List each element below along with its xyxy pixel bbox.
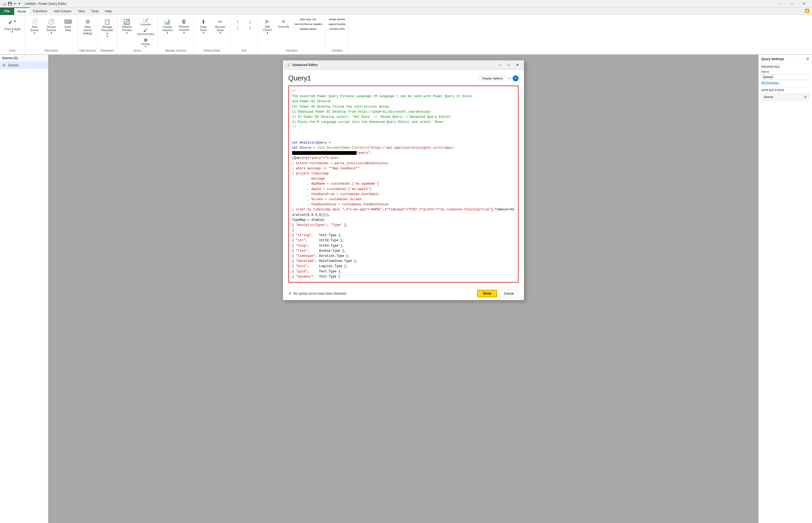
tab-view[interactable]: View [75,7,88,15]
properties-section-title: PROPERTIES [761,66,809,68]
sort-descending-button[interactable]: ↓↑ [244,17,256,32]
query-item-label: Query1 [8,63,19,67]
ribbon-group-query-label: Query [134,49,141,52]
query-item[interactable]: Aᶜ Query1 [0,61,48,69]
modal-icon: 📝 [286,63,290,67]
data-source-settings-button[interactable]: ⚙ Data source settings [80,17,96,36]
applied-step-source[interactable]: Source ⚙ [761,93,809,101]
tab-home[interactable]: Home [14,7,30,15]
enter-data-button[interactable]: ⌨ Enter Data [60,17,76,33]
all-properties-link[interactable]: All Properties [761,81,809,84]
ribbon-group-manage-columns-label: Manage Columns [165,49,186,52]
ribbon-group-sort-label: Sort [241,49,246,52]
remove-columns-button[interactable]: 🗑 Remove Columns ▼ [176,17,192,35]
cancel-button[interactable]: Cancel [499,290,518,297]
advanced-editor-button[interactable]: 🖊 Advanced Editor [135,27,156,36]
ribbon-group-parameters-items: 📋 Manage Parameters ▼ [99,17,115,49]
properties-section: PROPERTIES Name All Properties [759,63,812,87]
ribbon-group-transform-items: ⫸ Split Column ▼ ≡ Group By Data Type: A… [259,17,324,49]
remove-rows-button[interactable]: ✂ Remove Rows ▼ [212,17,228,36]
maximize-button[interactable]: □ [786,0,797,7]
choose-columns-button[interactable]: 📊 Choose Columns ▼ [159,17,176,36]
quick-access-save[interactable]: 💾 [8,2,12,6]
ribbon-group-close-items: ✔ ✕ Close & Apply ▼ [2,17,23,49]
manage-parameters-button[interactable]: 📋 Manage Parameters ▼ [99,17,115,39]
no-errors-message: ✔ No syntax errors have been detected. [288,291,347,296]
ribbon-group-query-items: 🔄 Refresh Preview ▼ 📝 Properties 🖊 Advan… [119,17,156,49]
ribbon: ✔ ✕ Close & Apply ▼ Close 📄 New Source ▼… [0,15,812,55]
tab-transform[interactable]: Transform [30,7,51,15]
tab-tools[interactable]: Tools [88,7,102,15]
modal-title: Advanced Editor [292,63,318,67]
combine-files-button[interactable]: Combine Files [327,27,347,31]
ribbon-group-data-sources-label: Data Sources [79,49,96,52]
ribbon-tab-bar: File Home Transform Add Column View Tool… [0,7,812,15]
quick-access-dropdown[interactable]: ▼ [18,2,21,5]
first-row-headers-button[interactable]: Use First Row as Headers [293,22,324,26]
modal-minimize-button[interactable]: ─ [497,62,504,68]
queries-panel: Queries [1] Aᶜ Query1 [0,55,48,523]
ribbon-group-reduce-rows-label: Reduce Rows [204,49,220,52]
modal-query-options: Display Options ▼ ? [479,75,518,81]
sort-ascending-button[interactable]: ↑↓ [232,17,244,32]
ribbon-group-combine-items: Merge Queries Append Queries Combine Fil… [327,17,347,49]
ribbon-group-data-sources: ⚙ Data source settings Data Sources [78,16,98,53]
modal-close-button[interactable]: ✕ [514,62,521,68]
queries-panel-header: Queries [1] [0,55,48,61]
quick-access-undo[interactable]: ↩ [14,2,17,6]
help-button[interactable]: ? [513,75,518,81]
refresh-preview-button[interactable]: 🔄 Refresh Preview ▼ [119,17,135,36]
advanced-editor-modal: 📝 Advanced Editor ─ □ ✕ Query1 [283,60,524,300]
query-settings-panel: Query Settings ✕ PROPERTIES Name All Pro… [758,55,812,523]
minimize-button[interactable]: ─ [773,0,785,7]
properties-button[interactable]: 📝 Properties [135,17,156,26]
no-errors-text: No syntax errors have been detected. [294,292,347,295]
append-queries-button[interactable]: Append Queries [327,22,347,26]
modal-titlebar: 📝 Advanced Editor ─ □ ✕ [283,60,524,70]
tab-help[interactable]: Help [102,7,115,15]
modal-maximize-button[interactable]: □ [505,62,513,68]
applied-steps-title: APPLIED STEPS [761,89,809,92]
keep-rows-button[interactable]: ⬇ Keep Rows ▼ [196,17,211,36]
group-by-button[interactable]: ≡ Group By [276,17,291,30]
ribbon-group-transform: ⫸ Split Column ▼ ≡ Group By Data Type: A… [258,16,326,53]
ribbon-group-sort-items: ↑↓ ↓↑ [232,17,256,49]
ribbon-group-query: 🔄 Refresh Preview ▼ 📝 Properties 🖊 Advan… [117,16,158,53]
query-icon: Aᶜ [3,63,6,67]
recent-sources-button[interactable]: 🕐 Recent Sources ▼ [43,17,59,36]
replace-values-button[interactable]: Replace Values [293,27,324,31]
window-controls: ─ □ ✕ [773,0,810,7]
ribbon-group-reduce-rows-items: ⬇ Keep Rows ▼ ✂ Remove Rows ▼ [196,17,228,49]
tab-file[interactable]: File [0,7,14,15]
ribbon-group-new-query: 📄 New Source ▼ 🕐 Recent Sources ▼ ⌨ Ente… [25,16,78,53]
code-editor[interactable]: /* The exported Power Query Formula Lang… [288,86,518,283]
modal-body: Query1 Display Options ▼ ? /* The export… [283,70,524,287]
ribbon-group-parameters-label: Parameters [100,49,114,52]
tab-add-column[interactable]: Add Column [51,7,75,15]
window-close-button[interactable]: ✕ [798,0,810,7]
done-button[interactable]: Done [477,290,497,297]
ribbon-group-new-query-items: 📄 New Source ▼ 🕐 Recent Sources ▼ ⌨ Ente… [26,17,76,49]
data-type-button[interactable]: Data Type: Any [293,17,324,21]
new-source-button[interactable]: 📄 New Source ▼ [26,17,43,36]
ribbon-group-sort: ↑↓ ↓↑ Sort [230,16,258,53]
ribbon-group-combine: Merge Queries Append Queries Combine Fil… [326,16,349,53]
query-settings-close-button[interactable]: ✕ [806,56,809,61]
ribbon-group-combine-label: Combine [332,49,343,52]
step-settings-icon[interactable]: ⚙ [804,95,807,99]
query-name-input[interactable] [761,74,809,80]
ribbon-group-close: ✔ ✕ Close & Apply ▼ Close [0,16,25,53]
manage-button[interactable]: ⚙ Manage ▼ [135,37,156,49]
display-options-button[interactable]: Display Options [479,76,506,81]
split-column-button[interactable]: ⫸ Split Column ▼ [259,17,276,35]
ribbon-group-transform-label: Transform [285,49,297,52]
app-icon: 📊 [2,2,6,6]
modal-titlebar-controls: ─ □ ✕ [497,62,521,68]
query-settings-title: Query Settings [761,57,784,61]
merge-queries-button[interactable]: Merge Queries [327,17,347,21]
help-icon-ribbon[interactable]: 🔼 [802,7,812,15]
ribbon-group-manage-columns: 📊 Choose Columns ▼ 🗑 Remove Columns ▼ Ma… [158,16,194,53]
close-apply-button[interactable]: ✔ ✕ Close & Apply ▼ [2,17,23,35]
modal-footer-buttons: Done Cancel [477,290,518,297]
query-settings-header: Query Settings ✕ [759,55,812,63]
